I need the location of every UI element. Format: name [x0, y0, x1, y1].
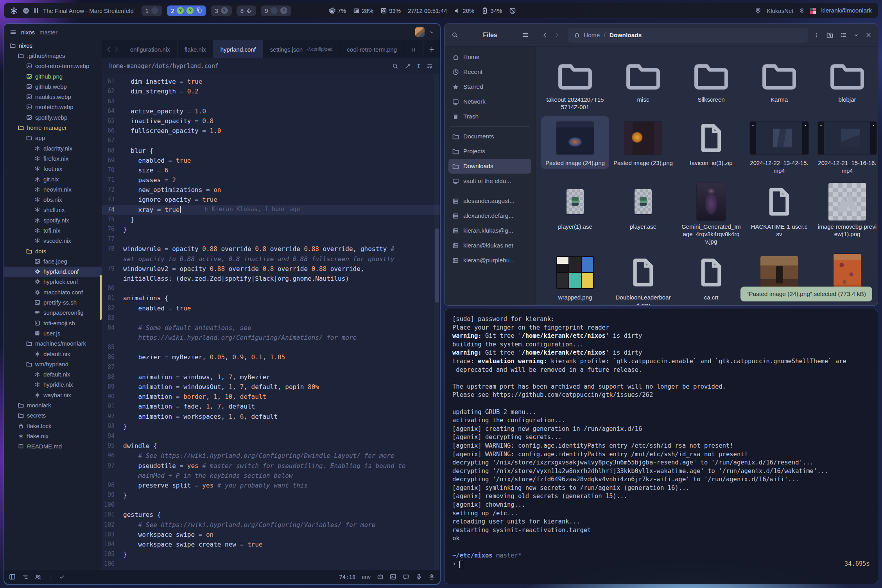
sidebar-item-vault-of-the-eldu-[interactable]: vault of the eldu...	[448, 174, 531, 188]
tree-item-hyprlock-conf[interactable]: hyprlock.conf	[4, 277, 102, 287]
tree-item-cool-retro-term-webp[interactable]: cool-retro-term.webp	[4, 61, 102, 71]
tree-item-obs-nix[interactable]: obs.nix	[4, 194, 102, 204]
terminal-panel-icon[interactable]	[390, 574, 396, 580]
file-item-player-ase[interactable]: player.ase	[609, 180, 677, 233]
file-item-karma[interactable]: Karma	[745, 53, 813, 106]
search-icon[interactable]	[392, 63, 398, 69]
bluetooth-icon[interactable]	[799, 7, 805, 14]
tree-item-github-png[interactable]: github.png	[4, 71, 102, 81]
tree-item-alacritty-nix[interactable]: alacritty.nix	[4, 143, 102, 153]
file-item-wrapped-png[interactable]: wrapped.png	[541, 251, 609, 303]
tree-item-prettify-ss-sh[interactable]: prettify-ss.sh	[4, 297, 102, 307]
tree-item-github-webp[interactable]: github.webp	[4, 81, 102, 91]
tree-item-macchiato-conf[interactable]: macchiato.conf	[4, 287, 102, 297]
sidebar-item-downloads[interactable]: Downloads	[448, 159, 531, 174]
tree-item-neofetch-webp[interactable]: neofetch.webp	[4, 102, 102, 112]
tree-item-nautilus-webp[interactable]: nautilus.webp	[4, 91, 102, 102]
tree-item-tofi-nix[interactable]: tofi.nix	[4, 225, 102, 235]
tree-item-user-js[interactable]: JSuser.js	[4, 328, 102, 338]
tab-cool-retro-term-png[interactable]: cool-retro-term.png	[340, 40, 405, 58]
breadcrumb-current[interactable]: Downloads	[610, 32, 642, 39]
list-view-icon[interactable]	[840, 32, 847, 38]
tree-item-flake-nix[interactable]: flake.nix	[4, 431, 102, 441]
file-item-ca-crt[interactable]: ca.crt	[677, 251, 745, 303]
files-search-icon[interactable]	[452, 32, 458, 38]
sidebar-item-kieran-klukas-g-[interactable]: kieran.klukas@g...	[448, 223, 531, 238]
tree-item-spotify-webp[interactable]: spotify.webp	[4, 112, 102, 122]
files-forward-icon[interactable]	[554, 32, 560, 38]
file-item-silkscreen[interactable]: Silkscreen	[677, 53, 745, 106]
spotify-icon[interactable]	[23, 7, 29, 14]
files-menu-icon[interactable]	[522, 32, 529, 38]
nav-back-icon[interactable]	[106, 47, 112, 52]
network-pin-icon[interactable]	[755, 7, 761, 14]
chat-icon[interactable]	[403, 574, 409, 580]
file-item-hackatime-1-user-csv[interactable]: HACKATIME-1-user.csv	[745, 180, 813, 240]
screen-off-icon[interactable]	[509, 7, 516, 14]
hamburger-menu-icon[interactable]	[10, 29, 16, 36]
sidebar-item-network[interactable]: Network	[448, 94, 531, 109]
tab-r[interactable]: R	[404, 40, 423, 58]
workspace-9[interactable]: 9?	[261, 5, 291, 16]
tree-item-foot-nix[interactable]: foot.nix	[4, 164, 102, 174]
cursor-position[interactable]: 74:18	[339, 574, 355, 580]
tab-flake-nix[interactable]: flake.nix	[177, 40, 213, 58]
file-item-pasted-image-24-png[interactable]: Pasted image (24).png	[541, 116, 609, 169]
nav-forward-icon[interactable]	[113, 47, 119, 52]
project-name-button[interactable]: nixos	[21, 29, 35, 36]
sidebar-item-kieran-klukas-net[interactable]: kieran@klukas.net	[448, 238, 531, 253]
kebab-menu-icon[interactable]	[814, 32, 819, 38]
project-panel-toggle-icon[interactable]	[9, 574, 16, 580]
tree-item-dots[interactable]: dots	[4, 246, 102, 256]
code-editor[interactable]: 6061 dim_inactive = true62 dim_strength …	[102, 74, 440, 570]
extensions-icon[interactable]	[428, 574, 435, 580]
tree-item-readme-md[interactable]: README.md	[4, 441, 102, 452]
workspace-1[interactable]: 1	[142, 5, 162, 16]
breadcrumb[interactable]: home-manager/dots/hyprland.conf	[109, 63, 219, 70]
chevron-down-icon[interactable]	[429, 30, 434, 35]
collab-panel-icon[interactable]	[35, 574, 41, 580]
sidebar-item-recent[interactable]: Recent	[448, 65, 531, 79]
editor-scrollbar-track[interactable]	[434, 74, 439, 570]
tree-item-app[interactable]: app	[4, 133, 102, 143]
close-icon[interactable]	[866, 32, 871, 38]
new-tab-icon[interactable]	[429, 47, 435, 52]
file-item-takeout-20241207t155714z-001[interactable]: takeout-20241207T155714Z-001	[541, 53, 609, 113]
workspace-2[interactable]: 2??	[167, 5, 206, 16]
view-caret-down-icon[interactable]	[854, 33, 859, 38]
workspace-3[interactable]: 3?	[211, 5, 231, 16]
assistant-icon[interactable]	[377, 574, 384, 580]
sidebar-item-starred[interactable]: Starred	[448, 79, 531, 94]
tree-item-wm-hyprland[interactable]: wm/hyprland	[4, 359, 102, 369]
env-indicator[interactable]: env	[362, 574, 371, 580]
workspace-8[interactable]: 8	[237, 5, 256, 16]
tree-item-nixos[interactable]: nixos	[4, 40, 102, 50]
soft-wrap-icon[interactable]	[427, 63, 433, 69]
file-item-2024-12-21-15-16-16-mp4[interactable]: 2024-12-21_15-16-16.mp4	[813, 116, 878, 176]
tree-item-hypridle-nix[interactable]: hypridle.nix	[4, 380, 102, 390]
terminal-prompt[interactable]: › 34.695s	[452, 560, 870, 568]
sidebar-item-home[interactable]: Home	[448, 50, 531, 65]
tree-item-face-jpeg[interactable]: face.jpeg	[4, 256, 102, 266]
sidebar-item-alexander-defarg-[interactable]: alexander.defarg...	[448, 208, 531, 223]
sidebar-item-trash[interactable]: Trash	[448, 109, 531, 124]
file-item-2024-12-22-13-42-15-mp4[interactable]: 2024-12-22_13-42-15.mp4	[745, 116, 813, 176]
git-branch-button[interactable]: master	[39, 29, 57, 36]
breadcrumb[interactable]: Home / Downloads	[568, 28, 808, 43]
editor-scrollbar-thumb[interactable]	[435, 228, 439, 303]
tree-item-moonlark[interactable]: moonlark	[4, 400, 102, 410]
file-item-doubloonleaderboard-csv[interactable]: DoubloonLeaderboard.csv	[609, 251, 677, 305]
files-back-icon[interactable]	[542, 32, 548, 38]
tree-item-default-nix[interactable]: default.nix	[4, 369, 102, 380]
cursor-mode-icon[interactable]: I	[417, 63, 420, 69]
avatar[interactable]	[415, 27, 425, 37]
tree-item-flake-lock[interactable]: flake.lock	[4, 421, 102, 431]
tree-item-machines-moonlark[interactable]: machines/moonlark	[4, 339, 102, 349]
panel-scrollbar[interactable]	[100, 275, 102, 320]
sidebar-item-documents[interactable]: Documents	[448, 129, 531, 144]
sidebar-item-alesander-august-[interactable]: alesander.august...	[448, 194, 531, 208]
nixos-logo-icon[interactable]	[10, 7, 18, 14]
outline-panel-icon[interactable]	[22, 574, 29, 580]
clock[interactable]: 27/12 00:51:44	[408, 7, 447, 14]
tree-item-firefox-nix[interactable]: firefox.nix	[4, 153, 102, 163]
